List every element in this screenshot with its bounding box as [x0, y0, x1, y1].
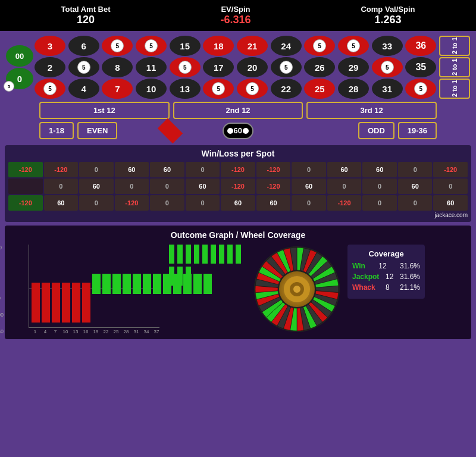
wl-title: Win/Loss per Spot: [8, 149, 468, 158]
wl-cell: 60: [327, 162, 362, 177]
bar-item: [163, 274, 171, 294]
bar-chart-container: 100500-50-100-150 1 4 7 10 13 16 19 22 2…: [10, 245, 163, 334]
coverage-table: Coverage Win 12 31.6% Jackpot 12 31.6% W…: [347, 245, 425, 299]
second-dozen[interactable]: 2nd 12: [173, 102, 303, 119]
roulette-wheel: [252, 245, 342, 334]
wl-cell: 0: [292, 195, 326, 211]
number-slot-r1c4[interactable]: 5: [136, 36, 167, 56]
bet-odd[interactable]: ODD: [358, 122, 394, 139]
number-grid: 3 6 5 5 15 18 21 24 5 5 33 36 2 5 8 11 5…: [35, 36, 438, 99]
number-6[interactable]: 6: [68, 36, 99, 56]
wheel-center-dot: [293, 286, 300, 293]
bet-19-36[interactable]: 19-36: [398, 122, 437, 139]
side-bet-top[interactable]: 2 to 1: [439, 36, 470, 56]
ev-spin-section: EV/Spin -6.316: [220, 5, 250, 26]
number-slot-r3c6[interactable]: 5: [203, 79, 234, 99]
number-10[interactable]: 10: [136, 79, 167, 99]
third-dozen[interactable]: 3rd 12: [306, 102, 437, 119]
number-4[interactable]: 4: [68, 79, 99, 99]
wl-cell: [8, 179, 43, 194]
number-26[interactable]: 26: [304, 57, 335, 77]
number-slot-r1c9[interactable]: 5: [304, 36, 335, 56]
number-18[interactable]: 18: [203, 36, 234, 56]
coverage-win-pct: 31.6%: [400, 262, 420, 270]
outcome-section: Outcome Graph / Wheel Coverage 100500-50…: [5, 226, 471, 339]
ball-number: 60: [233, 126, 242, 135]
side-bet-bot[interactable]: 2 to 1: [439, 79, 470, 99]
number-17[interactable]: 17: [203, 57, 234, 77]
number-11[interactable]: 11: [136, 57, 167, 77]
wl-cell: 60: [433, 195, 468, 211]
side-bet-mid[interactable]: 2 to 1: [439, 57, 470, 77]
green-bar-item: [186, 245, 191, 264]
green-bar-item: [202, 245, 208, 264]
wl-cell: -120: [256, 162, 291, 177]
comp-val-label: Comp Val/Spin: [361, 5, 415, 14]
bar-item: [173, 274, 181, 294]
first-dozen[interactable]: 1st 12: [39, 102, 170, 119]
wl-cell: 0: [362, 195, 397, 211]
number-3[interactable]: 3: [35, 36, 65, 56]
number-slot-r1c10[interactable]: 5: [338, 36, 369, 56]
bars-container: [29, 245, 159, 327]
bar-item: [32, 283, 40, 323]
bar-item: [102, 274, 111, 294]
number-slot-r1c3[interactable]: 5: [102, 36, 133, 56]
number-31[interactable]: 31: [372, 79, 403, 99]
side-bets: 2 to 1 2 to 1 2 to 1: [439, 36, 470, 99]
number-7[interactable]: 7: [102, 79, 133, 99]
number-2[interactable]: 2: [35, 57, 65, 77]
number-15[interactable]: 15: [170, 36, 201, 56]
wl-cell: -120: [115, 195, 149, 211]
number-35[interactable]: 35: [405, 57, 436, 77]
wl-cell: -120: [256, 179, 291, 194]
number-slot-r3c12[interactable]: 5: [405, 79, 436, 99]
number-slot-r3c1[interactable]: 5: [35, 79, 65, 99]
number-slot-r2c11[interactable]: 5: [372, 57, 403, 77]
bet-1-18[interactable]: 1-18: [39, 122, 74, 139]
total-bet-section: Total Amt Bet 120: [61, 5, 110, 26]
wl-cell: -120: [327, 195, 362, 211]
green-bar-item: [169, 245, 174, 264]
number-24[interactable]: 24: [271, 36, 302, 56]
wl-section: Win/Loss per Spot -120-120060600-120-120…: [5, 145, 471, 222]
number-25[interactable]: 25: [304, 79, 335, 99]
number-slot-r2c8[interactable]: 5: [271, 57, 302, 77]
number-28[interactable]: 28: [338, 79, 369, 99]
bar-item: [92, 274, 101, 294]
wl-cell: 60: [362, 162, 397, 177]
number-8[interactable]: 8: [102, 57, 133, 77]
wl-cell: 0: [433, 179, 468, 194]
wl-cell: 0: [398, 162, 433, 177]
number-21[interactable]: 21: [237, 36, 268, 56]
diamond-icon: [157, 118, 182, 143]
ev-spin-value: -6.316: [220, 14, 250, 26]
number-33[interactable]: 33: [372, 36, 403, 56]
double-zero[interactable]: 00: [6, 45, 33, 67]
coverage-whack-pct: 21.1%: [400, 283, 420, 292]
wl-attribution: jackace.com: [8, 212, 468, 218]
x-labels: 1 4 7 10 13 16 19 22 25 28 31 34 37: [31, 328, 163, 334]
number-36[interactable]: 36: [405, 36, 436, 56]
bar-item: [183, 274, 192, 294]
number-13[interactable]: 13: [170, 79, 201, 99]
number-slot-r3c7[interactable]: 5: [237, 79, 268, 99]
y-axis-labels: 100500-50-100-150: [0, 245, 4, 334]
wl-cell: 60: [256, 195, 291, 211]
wl-cell: 0: [186, 162, 220, 177]
number-22[interactable]: 22: [271, 79, 302, 99]
bar-item: [193, 274, 202, 294]
bet-even[interactable]: EVEN: [77, 122, 117, 139]
zero-chip: 5: [4, 81, 14, 92]
ev-spin-label: EV/Spin: [220, 5, 250, 14]
coverage-jackpot-count: 12: [386, 273, 393, 281]
header: Total Amt Bet 120 EV/Spin -6.316 Comp Va…: [0, 0, 476, 31]
number-20[interactable]: 20: [237, 57, 268, 77]
diamond-area: [121, 124, 218, 138]
single-zero[interactable]: 0 5: [6, 68, 33, 89]
number-29[interactable]: 29: [338, 57, 369, 77]
number-slot-r2c2[interactable]: 5: [68, 57, 99, 77]
number-slot-r2c5[interactable]: 5: [170, 57, 201, 77]
wl-cell: 0: [115, 179, 149, 194]
ball-dot-left: [227, 128, 233, 134]
